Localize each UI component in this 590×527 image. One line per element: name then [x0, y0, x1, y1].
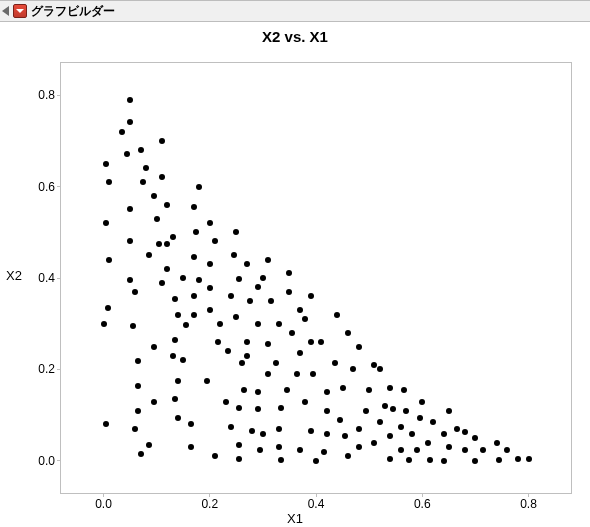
data-point[interactable] — [105, 305, 111, 311]
data-point[interactable] — [244, 261, 250, 267]
data-point[interactable] — [138, 147, 144, 153]
data-point[interactable] — [273, 360, 279, 366]
data-point[interactable] — [191, 312, 197, 318]
data-point[interactable] — [236, 405, 242, 411]
data-point[interactable] — [297, 350, 303, 356]
data-point[interactable] — [265, 257, 271, 263]
data-point[interactable] — [223, 399, 229, 405]
data-point[interactable] — [249, 428, 255, 434]
data-point[interactable] — [278, 405, 284, 411]
data-point[interactable] — [172, 337, 178, 343]
data-point[interactable] — [382, 403, 388, 409]
data-point[interactable] — [170, 234, 176, 240]
data-point[interactable] — [371, 440, 377, 446]
data-point[interactable] — [151, 193, 157, 199]
data-point[interactable] — [132, 426, 138, 432]
data-point[interactable] — [146, 252, 152, 258]
data-point[interactable] — [324, 431, 330, 437]
data-point[interactable] — [106, 179, 112, 185]
data-point[interactable] — [441, 431, 447, 437]
data-point[interactable] — [207, 220, 213, 226]
data-point[interactable] — [212, 238, 218, 244]
data-point[interactable] — [175, 415, 181, 421]
data-point[interactable] — [302, 316, 308, 322]
data-point[interactable] — [356, 426, 362, 432]
data-point[interactable] — [297, 307, 303, 313]
data-point[interactable] — [164, 241, 170, 247]
data-point[interactable] — [247, 298, 253, 304]
data-point[interactable] — [255, 284, 261, 290]
data-point[interactable] — [406, 457, 412, 463]
data-point[interactable] — [164, 202, 170, 208]
data-point[interactable] — [159, 280, 165, 286]
data-point[interactable] — [196, 184, 202, 190]
data-point[interactable] — [308, 339, 314, 345]
data-point[interactable] — [332, 360, 338, 366]
data-point[interactable] — [401, 387, 407, 393]
data-point[interactable] — [276, 444, 282, 450]
data-point[interactable] — [526, 456, 532, 462]
data-point[interactable] — [188, 444, 194, 450]
data-point[interactable] — [265, 341, 271, 347]
data-point[interactable] — [207, 285, 213, 291]
data-point[interactable] — [494, 440, 500, 446]
data-point[interactable] — [127, 119, 133, 125]
data-point[interactable] — [146, 442, 152, 448]
data-point[interactable] — [294, 371, 300, 377]
data-point[interactable] — [191, 254, 197, 260]
data-point[interactable] — [284, 387, 290, 393]
data-point[interactable] — [191, 204, 197, 210]
data-point[interactable] — [255, 321, 261, 327]
data-point[interactable] — [103, 421, 109, 427]
data-point[interactable] — [417, 415, 423, 421]
data-point[interactable] — [244, 339, 250, 345]
data-point[interactable] — [127, 238, 133, 244]
menu-dropdown-button[interactable] — [13, 4, 27, 18]
data-point[interactable] — [217, 321, 223, 327]
scatter-plot[interactable]: 0.00.20.40.60.80.00.20.40.60.8 — [60, 62, 572, 494]
data-point[interactable] — [188, 421, 194, 427]
data-point[interactable] — [236, 442, 242, 448]
data-point[interactable] — [425, 440, 431, 446]
data-point[interactable] — [172, 296, 178, 302]
data-point[interactable] — [103, 161, 109, 167]
data-point[interactable] — [403, 408, 409, 414]
data-point[interactable] — [119, 129, 125, 135]
data-point[interactable] — [257, 447, 263, 453]
data-point[interactable] — [135, 358, 141, 364]
data-point[interactable] — [324, 408, 330, 414]
data-point[interactable] — [441, 458, 447, 464]
data-point[interactable] — [324, 389, 330, 395]
data-point[interactable] — [244, 353, 250, 359]
data-point[interactable] — [377, 419, 383, 425]
data-point[interactable] — [334, 312, 340, 318]
data-point[interactable] — [151, 399, 157, 405]
data-point[interactable] — [308, 428, 314, 434]
data-point[interactable] — [159, 138, 165, 144]
data-point[interactable] — [496, 457, 502, 463]
disclosure-triangle-icon[interactable] — [2, 6, 9, 16]
data-point[interactable] — [302, 399, 308, 405]
data-point[interactable] — [454, 426, 460, 432]
data-point[interactable] — [127, 206, 133, 212]
data-point[interactable] — [106, 257, 112, 263]
data-point[interactable] — [135, 408, 141, 414]
data-point[interactable] — [414, 447, 420, 453]
data-point[interactable] — [387, 385, 393, 391]
data-point[interactable] — [183, 322, 189, 328]
data-point[interactable] — [278, 457, 284, 463]
data-point[interactable] — [101, 321, 107, 327]
data-point[interactable] — [151, 344, 157, 350]
data-point[interactable] — [345, 453, 351, 459]
data-point[interactable] — [172, 396, 178, 402]
data-point[interactable] — [268, 298, 274, 304]
data-point[interactable] — [446, 444, 452, 450]
data-point[interactable] — [231, 252, 237, 258]
data-point[interactable] — [337, 417, 343, 423]
data-point[interactable] — [387, 456, 393, 462]
data-point[interactable] — [255, 406, 261, 412]
data-point[interactable] — [308, 293, 314, 299]
data-point[interactable] — [154, 216, 160, 222]
data-point[interactable] — [156, 241, 162, 247]
data-point[interactable] — [225, 348, 231, 354]
